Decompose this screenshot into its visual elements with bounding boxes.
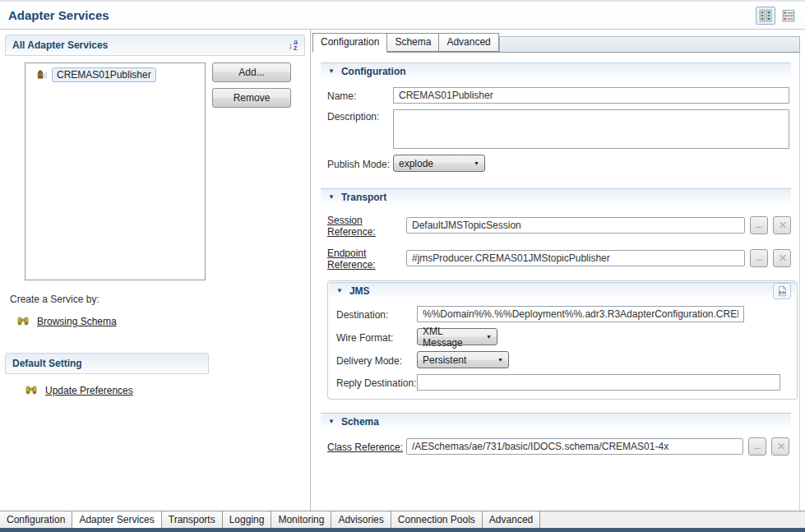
add-button[interactable]: Add... (212, 62, 291, 82)
page-title: Adapter Services (8, 8, 109, 22)
reply-destination-row: Reply Destination: (336, 374, 789, 391)
name-input[interactable] (393, 87, 789, 104)
view-toggles (756, 7, 798, 25)
browsing-schema-link[interactable]: Browsing Schema (37, 316, 117, 327)
delivery-mode-value: Persistent (423, 354, 466, 366)
jms-section-header[interactable]: ▼ JMS (329, 282, 796, 298)
endpoint-reference-input[interactable] (406, 250, 745, 266)
publish-mode-row: Publish Mode: explode ▼ (327, 155, 791, 172)
transport-section-title: Transport (341, 192, 386, 203)
class-browse-button[interactable]: ... (748, 437, 766, 456)
endpoint-browse-button[interactable]: ... (750, 249, 768, 267)
session-reference-input[interactable] (406, 217, 745, 234)
session-reference-row: Session Reference: ... ✕ (327, 213, 791, 238)
chevron-down-icon: ▼ (497, 357, 503, 363)
create-service-label: Create a Service by: (10, 294, 305, 305)
adapter-services-panel: All Adapter Services ↓ a z (0, 30, 311, 511)
delivery-mode-label: Delivery Mode: (336, 354, 417, 367)
schema-section-title: Schema (341, 416, 379, 428)
bottom-tab-logging[interactable]: Logging (223, 511, 272, 528)
configuration-section-header[interactable]: ▼ Configuration (321, 62, 791, 79)
detail-panel: Configuration Schema Advanced ▼ Configur… (311, 30, 805, 511)
publish-mode-select[interactable]: explode ▼ (393, 155, 485, 172)
chevron-down-icon: ▼ (486, 334, 492, 340)
all-adapter-services-heading: All Adapter Services (12, 39, 108, 51)
bottom-tab-transports[interactable]: Transports (162, 511, 223, 528)
update-preferences-link[interactable]: Update Preferences (45, 385, 133, 396)
delivery-mode-select[interactable]: Persistent ▼ (417, 351, 509, 368)
chevron-down-icon: ▼ (474, 160, 479, 166)
tab-configuration[interactable]: Configuration (312, 33, 387, 53)
publish-mode-value: explode (399, 158, 433, 169)
wire-format-select[interactable]: XML Message ▼ (417, 328, 497, 345)
bottom-tab-advanced[interactable]: Advanced (483, 511, 540, 528)
bottom-strip (0, 528, 805, 532)
wire-format-row: Wire Format: XML Message ▼ (336, 328, 789, 345)
class-reference-input[interactable] (406, 438, 743, 455)
grid-view-icon[interactable] (756, 7, 775, 25)
wire-format-value: XML Message (423, 326, 478, 349)
configuration-section-title: Configuration (341, 66, 406, 77)
publisher-icon (35, 69, 48, 81)
description-input[interactable] (393, 109, 789, 149)
tab-schema[interactable]: Schema (386, 33, 439, 52)
tab-advanced[interactable]: Advanced (438, 33, 498, 52)
configuration-tab-content: ▼ Configuration Name: Description: Publi… (312, 52, 800, 511)
schema-section-header[interactable]: ▼ Schema (321, 413, 791, 429)
bottom-tab-configuration[interactable]: Configuration (0, 511, 72, 528)
transport-section-header[interactable]: ▼ Transport (321, 188, 791, 205)
binoculars-icon (25, 384, 38, 397)
class-reference-link[interactable]: Class Reference: (327, 440, 406, 453)
session-reference-link[interactable]: Session Reference: (327, 213, 406, 238)
destination-input[interactable] (417, 306, 744, 322)
session-clear-button[interactable]: ✕ (773, 216, 791, 234)
tabstrip-filler (499, 36, 800, 52)
class-reference-row: Class Reference: ... ✕ (327, 437, 791, 456)
session-browse-button[interactable]: ... (750, 216, 768, 234)
description-row: Description: (327, 109, 791, 149)
bottom-tab-monitoring[interactable]: Monitoring (271, 511, 331, 528)
name-row: Name: (327, 87, 791, 104)
bottom-tab-adapter-services[interactable]: Adapter Services (72, 511, 161, 528)
delivery-mode-row: Delivery Mode: Persistent ▼ (336, 351, 789, 368)
collapse-arrow-icon: ▼ (336, 287, 343, 294)
collapse-arrow-icon: ▼ (328, 67, 335, 75)
default-setting-header: Default Setting (5, 353, 209, 374)
publish-mode-label: Publish Mode: (327, 157, 393, 170)
bottom-tab-advisories[interactable]: Advisories (331, 511, 391, 528)
endpoint-reference-row: Endpoint Reference: ... ✕ (327, 246, 791, 271)
reply-destination-label: Reply Destination: (336, 376, 417, 389)
list-item[interactable]: CREMAS01Publisher (29, 67, 201, 82)
bottom-tab-bar: Configuration Adapter Services Transport… (0, 511, 805, 532)
endpoint-clear-button[interactable]: ✕ (773, 249, 791, 267)
all-adapter-services-header: All Adapter Services ↓ a z (5, 35, 305, 56)
jms-group: ▼ JMS (327, 280, 798, 400)
wire-format-label: Wire Format: (336, 331, 417, 344)
endpoint-reference-link[interactable]: Endpoint Reference: (327, 246, 406, 271)
title-bar: Adapter Services (0, 2, 805, 30)
collapse-arrow-icon: ▼ (328, 418, 335, 425)
adapter-services-list[interactable]: CREMAS01Publisher (25, 62, 206, 280)
collapse-arrow-icon: ▼ (328, 193, 335, 201)
detail-tabstrip: Configuration Schema Advanced (312, 33, 800, 52)
xml-document-icon[interactable] (773, 283, 791, 299)
description-label: Description: (327, 109, 393, 123)
list-view-glyph (782, 9, 795, 22)
jms-section-title: JMS (349, 285, 370, 297)
name-label: Name: (327, 89, 393, 102)
list-view-icon[interactable] (779, 7, 798, 25)
default-setting-heading: Default Setting (12, 358, 82, 369)
grid-view-glyph (759, 9, 772, 22)
sort-az-icon[interactable]: ↓ a z (286, 39, 299, 52)
class-clear-button[interactable]: ✕ (771, 437, 789, 456)
adapter-services-window: Adapter Services (0, 0, 805, 532)
remove-button[interactable]: Remove (212, 88, 291, 108)
bottom-tab-connection-pools[interactable]: Connection Pools (391, 511, 483, 528)
service-item-label[interactable]: CREMAS01Publisher (52, 67, 156, 82)
binoculars-icon (16, 315, 30, 328)
destination-label: Destination: (336, 308, 417, 321)
reply-destination-input[interactable] (417, 374, 780, 391)
destination-row: Destination: (336, 306, 789, 322)
